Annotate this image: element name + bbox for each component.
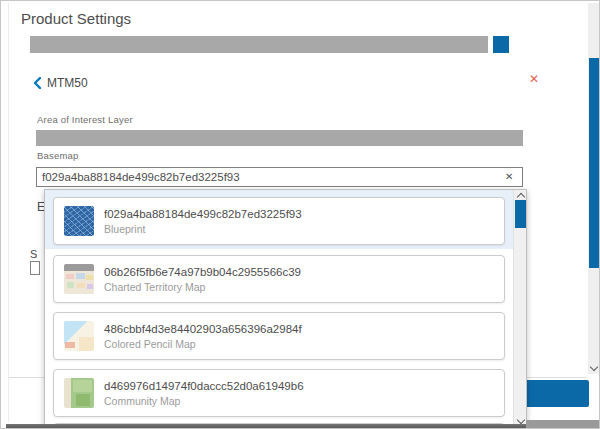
panel-scrollbar[interactable] — [588, 3, 600, 374]
basemap-option-community[interactable]: d469976d14974f0daccc52d0a61949b6 Communi… — [53, 369, 505, 417]
scroll-down-icon[interactable] — [516, 416, 524, 424]
chevron-left-icon — [33, 77, 41, 89]
basemap-option-name: Community Map — [104, 395, 304, 408]
basemap-thumbnail-blueprint — [64, 206, 94, 236]
basemap-thumbnail-charted-territory — [64, 264, 94, 294]
basemap-option-name: Charted Territory Map — [104, 281, 301, 294]
basemap-thumbnail-community — [64, 378, 94, 408]
basemap-option-id: d469976d14974f0daccc52d0a61949b6 — [104, 379, 304, 393]
back-button[interactable]: MTM50 — [33, 76, 88, 90]
basemap-option-id: f029a4ba88184de499c82b7ed3225f93 — [104, 207, 302, 221]
basemap-input[interactable] — [36, 167, 523, 187]
hidden-checkbox-fragment[interactable] — [30, 261, 40, 275]
basemap-field-label: Basemap — [37, 150, 79, 161]
window-bottom-edge — [6, 424, 526, 429]
aoi-field-label: Area of Interest Layer — [37, 114, 133, 125]
window-bottom-edge-right — [526, 420, 600, 429]
clear-input-icon[interactable]: ✕ — [505, 171, 513, 182]
dropdown-scrollbar[interactable] — [513, 190, 526, 426]
basemap-option-blueprint[interactable]: f029a4ba88184de499c82b7ed3225f93 Bluepri… — [53, 197, 505, 245]
basemap-option-id: 06b26f5fb6e74a97b9b04c2955566c39 — [104, 265, 301, 279]
basemap-dropdown-list: f029a4ba88184de499c82b7ed3225f93 Bluepri… — [44, 189, 527, 426]
basemap-option-name: Blueprint — [104, 223, 302, 236]
basemap-option-id: 486cbbf4d3e84402903a656396a2984f — [104, 322, 302, 336]
page-title: Product Settings — [21, 10, 131, 27]
panel-scrollbar-thumb[interactable] — [589, 58, 599, 268]
redacted-toolbar-bar — [30, 36, 488, 53]
panel-left-border — [8, 3, 9, 422]
dropdown-scrollbar-thumb[interactable] — [515, 200, 526, 228]
product-settings-window: Product Settings MTM50 ✕ Area of Interes… — [0, 0, 600, 429]
close-icon[interactable]: ✕ — [529, 72, 539, 86]
hidden-field-label-fragment: S — [30, 248, 37, 260]
basemap-option-colored-pencil[interactable]: 486cbbf4d3e84402903a656396a2984f Colored… — [53, 312, 505, 360]
aoi-input-redacted[interactable] — [36, 130, 523, 146]
basemap-thumbnail-colored-pencil — [64, 321, 94, 351]
basemap-option-name: Colored Pencil Map — [104, 338, 302, 351]
back-button-label: MTM50 — [47, 76, 88, 90]
toolbar-blue-square-button[interactable] — [493, 36, 509, 53]
basemap-option-charted-territory[interactable]: 06b26f5fb6e74a97b9b04c2955566c39 Charted… — [53, 255, 505, 303]
scroll-down-icon[interactable] — [590, 363, 598, 371]
